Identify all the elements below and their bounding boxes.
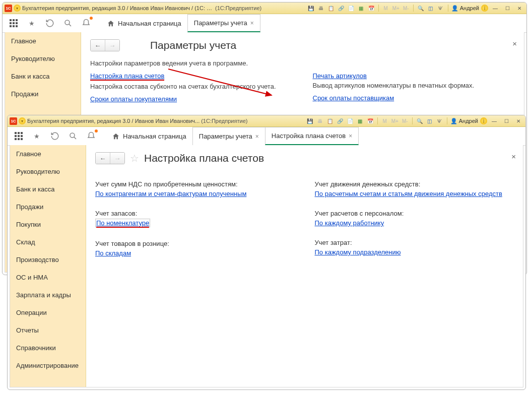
back-button[interactable]: ← <box>96 153 110 164</box>
sidebar-item[interactable]: ОС и НМА <box>10 269 86 286</box>
history-icon[interactable] <box>48 129 62 143</box>
save-icon[interactable]: 💾 <box>307 4 315 12</box>
tool-icon[interactable]: Ѱ <box>437 4 445 12</box>
tab-home[interactable]: Начальная страница <box>100 14 188 32</box>
section-label: Учет расчетов с персоналом: <box>315 210 514 217</box>
sidebar-item[interactable]: Справочники <box>10 339 86 357</box>
close-button[interactable]: ✕ <box>514 4 524 12</box>
star-icon[interactable]: ★ <box>25 16 39 30</box>
sidebar-item[interactable]: Отчеты <box>10 321 86 339</box>
sidebar-item[interactable]: Руководителю <box>5 50 81 68</box>
link-print-articles[interactable]: Печать артикулов <box>313 72 367 80</box>
sidebar-item[interactable]: Операции <box>10 304 86 321</box>
zoom-icon[interactable]: 🔍 <box>417 4 425 12</box>
calendar-icon[interactable]: 📅 <box>367 4 375 12</box>
link-inventory-focused[interactable]: По номенклатуре <box>95 219 150 227</box>
star-icon[interactable]: ★ <box>30 129 44 143</box>
link-icon[interactable]: 🔗 <box>336 117 344 125</box>
calc-icon[interactable]: ▦ <box>357 4 365 12</box>
link-cashflow[interactable]: По расчетным счетам и статьям движения д… <box>315 190 502 198</box>
sidebar-item[interactable]: Склад <box>10 233 86 251</box>
forward-button[interactable]: → <box>105 40 119 51</box>
sidebar-item[interactable]: Зарплата и кадры <box>10 286 86 304</box>
tab-params[interactable]: Параметры учета × <box>187 14 260 32</box>
mminus-icon[interactable]: M- <box>402 4 410 12</box>
panel-icon[interactable]: ◫ <box>426 117 434 125</box>
info-icon[interactable]: i <box>480 117 487 124</box>
mminus-icon[interactable]: M- <box>401 117 409 125</box>
bell-icon[interactable] <box>84 129 98 143</box>
calendar-icon[interactable]: 📅 <box>366 117 374 125</box>
panel-icon[interactable]: ◫ <box>427 4 435 12</box>
dropdown-icon[interactable]: ▾ <box>19 117 26 124</box>
sidebar-item[interactable]: Производство <box>10 251 86 269</box>
minimize-button[interactable]: — <box>490 4 500 12</box>
minimize-button[interactable]: — <box>489 117 499 125</box>
print-icon[interactable]: 🖶 <box>316 117 324 125</box>
sidebar-item[interactable]: Продажи <box>10 198 86 216</box>
save-icon[interactable]: 💾 <box>306 117 314 125</box>
history-icon[interactable] <box>43 16 57 30</box>
tab-close-icon[interactable]: × <box>349 133 352 140</box>
link-retail[interactable]: По складам <box>95 249 131 257</box>
back-button[interactable]: ← <box>91 40 105 51</box>
link-costs[interactable]: По каждому подразделению <box>315 248 401 256</box>
titlebar[interactable]: 1C ▾ Бухгалтерия предприятия, редакция 3… <box>3 3 526 14</box>
bell-icon[interactable] <box>79 16 93 30</box>
print-icon[interactable]: 🖶 <box>317 4 325 12</box>
sidebar-item[interactable]: Главное <box>5 32 81 50</box>
dropdown-icon[interactable]: ▾ <box>14 5 21 12</box>
page-close-icon[interactable]: × <box>512 39 517 48</box>
apps-icon[interactable] <box>7 16 21 30</box>
link-supplier-terms[interactable]: Срок оплаты поставщикам <box>313 94 394 102</box>
apps-icon[interactable] <box>12 129 26 143</box>
sidebar-item[interactable]: Главное <box>10 145 86 163</box>
user-badge[interactable]: 👤Андрей <box>451 5 479 12</box>
mplus-icon[interactable]: M+ <box>391 117 399 125</box>
page-close-icon[interactable]: × <box>511 152 516 161</box>
sidebar-item[interactable]: Банк и касса <box>10 180 86 198</box>
doc-icon[interactable]: 📄 <box>347 4 355 12</box>
section-label: Учет запасов: <box>95 210 295 217</box>
titlebar[interactable]: 1C ▾ Бухгалтерия предприятия, редакция 3… <box>8 115 525 127</box>
link-chart-of-accounts[interactable]: Настройка плана счетов <box>90 72 164 81</box>
user-icon: 👤 <box>451 5 458 12</box>
m-icon[interactable]: M <box>382 4 390 12</box>
user-badge[interactable]: 👤Андрей <box>450 118 478 124</box>
search-icon[interactable] <box>61 16 75 30</box>
main-toolbar: ★ Начальная страница Параметры учета × Н… <box>8 127 525 146</box>
favorite-icon[interactable]: ☆ <box>130 152 139 164</box>
tab-close-icon[interactable]: × <box>255 133 259 140</box>
section-label: Учет затрат: <box>315 239 514 246</box>
tab-params[interactable]: Параметры учета × <box>192 127 265 145</box>
mplus-icon[interactable]: M+ <box>392 4 400 12</box>
tab-chart-settings[interactable]: Настройка плана счетов × <box>265 127 359 145</box>
sidebar-item[interactable]: Продажи <box>5 85 81 103</box>
link-icon[interactable]: 🔗 <box>337 4 345 12</box>
close-button[interactable]: ✕ <box>513 117 523 125</box>
copy-icon[interactable]: 📋 <box>327 4 335 12</box>
search-icon[interactable] <box>66 129 80 143</box>
sidebar-item[interactable]: Администрирование <box>10 357 86 374</box>
copy-icon[interactable]: 📋 <box>326 117 334 125</box>
maximize-button[interactable]: ☐ <box>502 4 512 12</box>
sidebar-item[interactable]: Покупки <box>10 216 86 233</box>
page-title: Параметры учета <box>150 39 236 51</box>
tool-icon[interactable]: Ѱ <box>436 117 444 125</box>
m-icon[interactable]: M <box>381 117 389 125</box>
info-icon[interactable]: i <box>481 5 488 12</box>
tab-close-icon[interactable]: × <box>250 20 254 27</box>
tab-home[interactable]: Начальная страница <box>105 127 193 145</box>
forward-button[interactable]: → <box>110 153 124 164</box>
link-customer-terms[interactable]: Сроки оплаты покупателями <box>90 95 177 103</box>
sidebar-item[interactable]: Банк и касса <box>5 68 81 85</box>
zoom-icon[interactable]: 🔍 <box>416 117 424 125</box>
window-title: Бухгалтерия предприятия, редакция 3.0 / … <box>27 118 200 124</box>
link-payroll[interactable]: По каждому работнику <box>315 219 384 227</box>
svg-point-3 <box>70 133 75 138</box>
sidebar-item[interactable]: Руководителю <box>10 163 86 180</box>
maximize-button[interactable]: ☐ <box>501 117 511 125</box>
calc-icon[interactable]: ▦ <box>356 117 364 125</box>
doc-icon[interactable]: 📄 <box>346 117 354 125</box>
link-vat[interactable]: По контрагентам и счетам-фактурам получе… <box>95 190 246 198</box>
